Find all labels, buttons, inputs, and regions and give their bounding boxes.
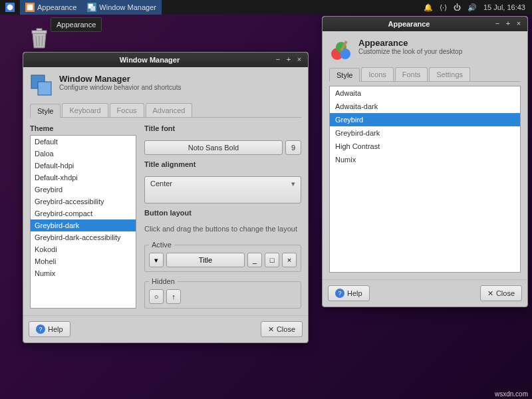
style-listbox[interactable]: Adwaita Adwaita-dark Greybird Greybird-d… bbox=[329, 86, 521, 273]
ap-subheading: Customize the look of your desktop bbox=[358, 48, 462, 55]
button-layout-hint: Click and drag the buttons to change the… bbox=[144, 225, 301, 233]
tab-keyboard[interactable]: Keyboard bbox=[62, 103, 108, 117]
watermark: wsxdn.com bbox=[495, 390, 528, 398]
list-item[interactable]: Numix bbox=[330, 153, 520, 166]
maximize-button[interactable]: + bbox=[284, 55, 293, 65]
close-button[interactable]: × bbox=[514, 19, 523, 29]
list-item[interactable]: Moheli bbox=[31, 255, 136, 267]
ap-header-text: Appearance Customize the look of your de… bbox=[358, 38, 462, 55]
ap-tabs: Style Icons Fonts Settings bbox=[329, 67, 521, 82]
wm-subheading: Configure window behavior and shortcuts bbox=[59, 84, 181, 91]
svg-rect-3 bbox=[27, 5, 33, 11]
list-item[interactable]: Numix bbox=[31, 267, 136, 279]
tab-icons[interactable]: Icons bbox=[361, 67, 393, 81]
wm-header: Window Manager Configure window behavior… bbox=[30, 74, 301, 98]
hidden-fieldset: Hidden ○ ↑ bbox=[144, 277, 301, 309]
menu-button[interactable] bbox=[0, 0, 20, 15]
tab-focus[interactable]: Focus bbox=[110, 103, 144, 117]
help-icon: ? bbox=[335, 289, 344, 298]
notification-icon[interactable]: 🔔 bbox=[424, 3, 433, 12]
svg-rect-6 bbox=[91, 6, 96, 11]
minimize-layout-icon[interactable]: _ bbox=[247, 253, 262, 267]
title-font-size[interactable]: 9 bbox=[285, 140, 301, 155]
list-item[interactable]: Adwaita-dark bbox=[330, 100, 520, 113]
theme-label: Theme bbox=[30, 124, 136, 132]
power-icon[interactable]: ⏻ bbox=[454, 3, 461, 11]
close-icon: ✕ bbox=[487, 289, 493, 298]
active-fieldset: Active ▾ Title _ □ × bbox=[144, 241, 301, 272]
hidden-legend: Hidden bbox=[149, 277, 178, 285]
wm-content: Theme Default Daloa Default-hdpi Default… bbox=[30, 118, 301, 309]
list-item[interactable]: Greybird-dark bbox=[31, 219, 136, 231]
network-icon[interactable]: ⟨·⟩ bbox=[440, 3, 447, 12]
close-icon: ✕ bbox=[268, 325, 274, 334]
taskbar-item-window-manager[interactable]: Window Manager bbox=[82, 0, 162, 15]
maximize-layout-icon[interactable]: □ bbox=[265, 253, 279, 267]
list-item[interactable]: Greybird-compact bbox=[31, 207, 136, 219]
help-icon: ? bbox=[36, 325, 45, 334]
list-item[interactable]: Greybird bbox=[31, 184, 136, 196]
appearance-icon bbox=[329, 38, 353, 62]
wm-theme-col: Theme Default Daloa Default-hdpi Default… bbox=[30, 124, 136, 309]
list-item[interactable]: Greybird-dark-accessibility bbox=[31, 231, 136, 243]
list-item[interactable]: Greybird-dark bbox=[330, 126, 520, 140]
theme-listbox[interactable]: Default Daloa Default-hdpi Default-xhdpi… bbox=[30, 135, 136, 309]
wm-heading: Window Manager bbox=[59, 74, 181, 84]
minimize-button[interactable]: − bbox=[273, 55, 283, 65]
help-button[interactable]: ?Help bbox=[29, 321, 70, 337]
layout-title[interactable]: Title bbox=[166, 253, 245, 267]
tab-style[interactable]: Style bbox=[30, 104, 61, 118]
list-item[interactable]: Default-xhdpi bbox=[31, 172, 136, 184]
wm-footer: ?Help ✕ Close bbox=[23, 315, 308, 342]
active-layout: ▾ Title _ □ × bbox=[149, 253, 297, 267]
volume-icon[interactable]: 🔊 bbox=[467, 3, 477, 12]
list-item[interactable]: Greybird bbox=[330, 113, 520, 126]
maximize-button[interactable]: + bbox=[503, 19, 513, 29]
list-item[interactable]: Default-hdpi bbox=[31, 160, 136, 172]
taskbar-item-appearance[interactable]: Appearance bbox=[20, 0, 82, 15]
top-panel: Appearance Window Manager 🔔 ⟨·⟩ ⏻ 🔊 15 J… bbox=[0, 0, 532, 15]
help-button[interactable]: ?Help bbox=[328, 285, 370, 301]
tab-advanced[interactable]: Advanced bbox=[146, 103, 193, 117]
minimize-button[interactable]: − bbox=[493, 19, 502, 29]
list-item[interactable]: Kokodi bbox=[31, 243, 136, 255]
shade-layout-icon[interactable]: ○ bbox=[149, 289, 164, 304]
close-button[interactable]: ✕ Close bbox=[261, 321, 303, 337]
wm-tabs: Style Keyboard Focus Advanced bbox=[30, 103, 301, 118]
list-item[interactable]: Greybird-accessibility bbox=[31, 196, 136, 207]
list-item[interactable]: High Contrast bbox=[330, 140, 520, 153]
close-button[interactable]: ✕ Close bbox=[480, 285, 522, 301]
ap-footer: ?Help ✕ Close bbox=[323, 279, 527, 307]
stick-layout-icon[interactable]: ↑ bbox=[166, 289, 181, 304]
menu-layout-icon[interactable]: ▾ bbox=[149, 253, 164, 267]
xfce-menu-icon bbox=[5, 3, 15, 12]
tab-style[interactable]: Style bbox=[329, 68, 360, 82]
list-item[interactable]: Default bbox=[31, 136, 136, 148]
title-align-combo[interactable]: Center bbox=[144, 176, 301, 203]
hidden-layout: ○ ↑ bbox=[149, 289, 297, 304]
list-item[interactable]: Daloa bbox=[31, 148, 136, 160]
title-font-row: Noto Sans Bold 9 bbox=[144, 140, 301, 155]
clock[interactable]: 15 Jul, 16:43 bbox=[483, 3, 525, 11]
close-button[interactable]: × bbox=[295, 55, 304, 65]
appearance-task-icon bbox=[25, 3, 35, 12]
taskbar-label: Window Manager bbox=[99, 3, 156, 11]
tab-settings[interactable]: Settings bbox=[429, 67, 470, 81]
tab-fonts[interactable]: Fonts bbox=[395, 67, 428, 81]
button-layout-label: Button layout bbox=[144, 209, 301, 217]
appearance-window: Appearance − + × Appearance Customize th… bbox=[322, 16, 528, 307]
list-item[interactable]: Adwaita bbox=[330, 86, 520, 100]
tooltip: Appearance bbox=[51, 17, 102, 32]
trash-icon[interactable] bbox=[29, 28, 49, 49]
taskbar-label: Appearance bbox=[37, 3, 76, 11]
svg-rect-7 bbox=[32, 31, 47, 33]
close-layout-icon[interactable]: × bbox=[282, 253, 297, 267]
active-legend: Active bbox=[149, 241, 174, 249]
ap-header: Appearance Customize the look of your de… bbox=[329, 38, 521, 62]
title-font-label: Title font bbox=[144, 124, 301, 132]
title-font-button[interactable]: Noto Sans Bold bbox=[144, 140, 283, 155]
svg-rect-8 bbox=[37, 29, 42, 31]
wm-titlebar[interactable]: Window Manager − + × bbox=[23, 53, 308, 67]
ap-titlebar[interactable]: Appearance − + × bbox=[323, 17, 527, 31]
ap-body: Appearance Customize the look of your de… bbox=[323, 31, 527, 279]
